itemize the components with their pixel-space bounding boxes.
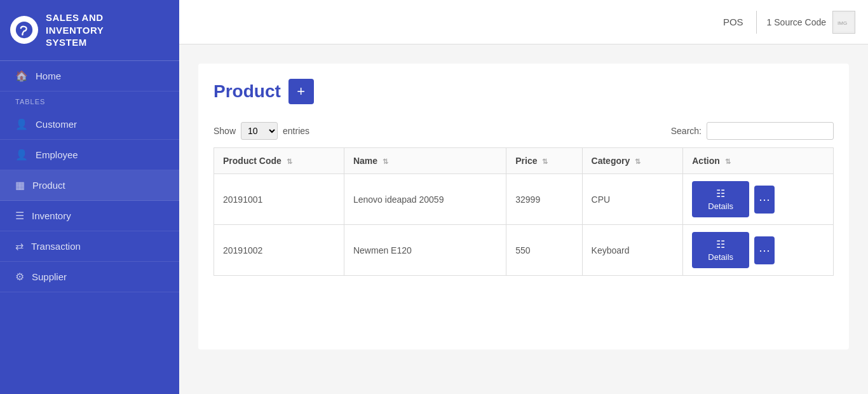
ellipsis-icon: ⋯ [759,243,770,257]
col-name[interactable]: Name ⇅ [344,148,506,174]
table-row: 20191001 Lenovo ideapad 20059 32999 CPU … [214,174,834,225]
cell-action: ☷ Details ⋯ [683,174,834,225]
search-container: Search: [671,122,834,140]
svg-text:IMG: IMG [837,20,847,26]
sort-icon-code: ⇅ [287,158,292,165]
show-label: Show [214,126,236,136]
content-inner: Product + Show 10 25 50 100 entries Sear… [198,64,849,350]
details-label: Details [708,201,733,211]
sort-icon-name: ⇅ [383,158,388,165]
svg-point-1 [22,34,24,36]
sidebar-tables-label: TABLES [0,92,179,109]
inventory-icon: ☰ [15,210,24,222]
sidebar-item-customer[interactable]: 👤 Customer [0,109,179,140]
add-product-button[interactable]: + [288,79,314,104]
sidebar-employee-label: Employee [36,149,78,160]
cell-product-code: 20191001 [214,174,344,225]
sidebar-logo [10,16,38,44]
cell-category: CPU [582,174,683,225]
transaction-icon: ⇄ [15,240,24,252]
cell-category: Keyboard [582,225,683,276]
cell-price: 550 [506,225,582,276]
col-product-code[interactable]: Product Code ⇅ [214,148,344,174]
svg-point-0 [16,22,32,38]
sidebar-product-label: Product [32,180,65,191]
action-cell: ☷ Details ⋯ [692,232,824,268]
sidebar-item-product[interactable]: ▦ Product [0,170,179,201]
sidebar-item-employee[interactable]: 👤 Employee [0,140,179,170]
entries-select[interactable]: 10 25 50 100 [241,122,278,140]
sidebar-item-supplier[interactable]: ⚙ Supplier [0,262,179,292]
table-row: 20191002 Newmen E120 550 Keyboard ☷ Deta… [214,225,834,276]
col-price[interactable]: Price ⇅ [506,148,582,174]
supplier-icon: ⚙ [15,271,24,283]
topbar-divider [756,11,757,34]
show-entries-control: Show 10 25 50 100 entries [214,122,309,140]
ellipsis-icon: ⋯ [759,193,770,207]
more-button[interactable]: ⋯ [754,186,775,214]
sidebar-item-inventory[interactable]: ☰ Inventory [0,201,179,231]
action-cell: ☷ Details ⋯ [692,181,824,217]
search-input[interactable] [707,122,834,140]
page-title: Product [214,81,281,102]
sort-icon-category: ⇅ [635,158,641,165]
sidebar-inventory-label: Inventory [32,210,71,221]
topbar: POS 1 Source Code IMG [179,0,868,44]
product-table: Product Code ⇅ Name ⇅ Price ⇅ Category ⇅ [214,147,834,276]
details-label: Details [708,252,733,262]
home-icon: 🏠 [15,70,28,82]
sort-icon-action: ⇅ [725,158,731,165]
cell-name: Lenovo ideapad 20059 [344,174,506,225]
sidebar-header: SALES AND INVENTORY SYSTEM [0,0,179,61]
table-header-row: Product Code ⇅ Name ⇅ Price ⇅ Category ⇅ [214,148,834,174]
more-button[interactable]: ⋯ [754,236,775,264]
details-button[interactable]: ☷ Details [692,181,749,217]
pos-link[interactable]: POS [723,17,756,27]
cell-name: Newmen E120 [344,225,506,276]
details-button[interactable]: ☷ Details [692,232,749,268]
page-header: Product + [214,79,834,104]
details-icon: ☷ [716,238,725,250]
search-label: Search: [671,126,702,136]
main-area: POS 1 Source Code IMG Product + Show [179,0,868,394]
col-category[interactable]: Category ⇅ [582,148,683,174]
sidebar-item-home[interactable]: 🏠 Home [0,61,179,92]
sidebar-customer-label: Customer [36,119,77,130]
sort-icon-price: ⇅ [542,158,548,165]
entries-label: entries [283,126,309,136]
customer-icon: 👤 [15,118,28,130]
cell-product-code: 20191002 [214,225,344,276]
sidebar-transaction-label: Transaction [31,241,81,252]
sidebar-title: SALES AND INVENTORY SYSTEM [46,11,104,49]
details-icon: ☷ [716,187,725,200]
sidebar: SALES AND INVENTORY SYSTEM 🏠 Home TABLES… [0,0,179,394]
employee-icon: 👤 [15,149,28,161]
table-body: 20191001 Lenovo ideapad 20059 32999 CPU … [214,174,834,276]
content-area: Product + Show 10 25 50 100 entries Sear… [179,44,868,394]
sidebar-supplier-label: Supplier [32,271,67,282]
table-controls: Show 10 25 50 100 entries Search: [214,122,834,140]
source-code-label: 1 Source Code [767,17,826,27]
source-code-link[interactable]: 1 Source Code IMG [767,11,855,34]
product-icon: ▦ [15,179,25,191]
col-action[interactable]: Action ⇅ [683,148,834,174]
cell-action: ☷ Details ⋯ [683,225,834,276]
cell-price: 32999 [506,174,582,225]
sidebar-item-transaction[interactable]: ⇄ Transaction [0,231,179,262]
source-code-image: IMG [832,11,855,34]
sidebar-home-label: Home [36,71,61,81]
